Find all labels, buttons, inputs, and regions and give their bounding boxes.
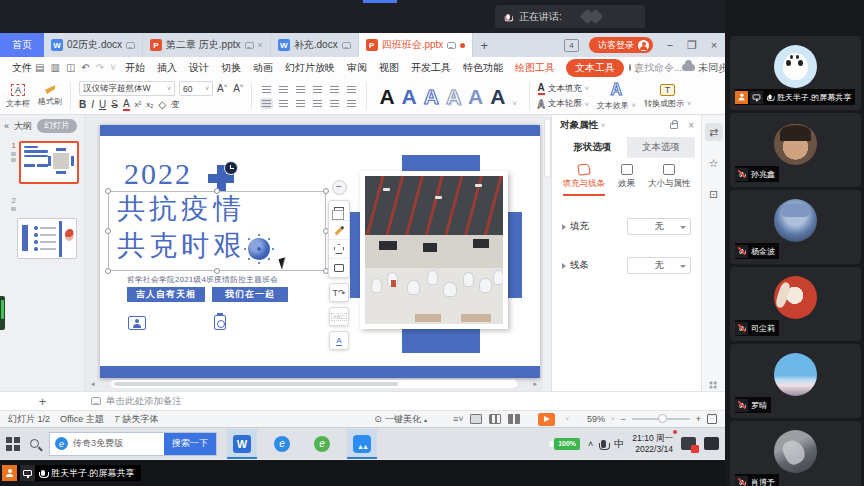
underline-button[interactable]: U [99,99,106,110]
scroll-right-icon[interactable]: ▸ [533,380,537,388]
strike-button[interactable]: S [111,99,118,110]
size-subtab[interactable]: 大小与属性 [648,164,691,196]
text-outline-button[interactable]: A文本轮廓˅ [538,98,589,110]
apps-grid-icon[interactable] [710,382,713,385]
tray-mic-icon[interactable] [601,440,606,448]
participant-card[interactable]: 胜天半子.的屏幕共享 [730,36,861,110]
battery-indicator[interactable]: 100% [554,438,580,450]
tab-features[interactable]: 特色功能 [463,61,503,75]
clear-format-button[interactable]: ◇ [158,99,166,110]
resize-handle[interactable] [214,188,220,194]
file-menu[interactable]: 文件 [12,61,32,75]
shape-tool-button[interactable] [329,239,349,258]
line-select[interactable]: 无 [627,257,691,274]
ime-indicator[interactable]: 中 [614,437,624,451]
tab-slideshow[interactable]: 幻灯片放映 [285,61,335,75]
doc-tab-3[interactable]: W 补充.docx [271,33,359,57]
resize-handle[interactable] [105,188,111,194]
decrease-font-button[interactable]: A˅ [233,83,243,94]
wordart-gallery[interactable]: A A A A A A ˅ [375,86,520,107]
taskbar-meeting-app[interactable]: ▲▲ [347,429,377,459]
text-fill-button[interactable]: A文本填充˅ [538,82,589,95]
zoom-slider[interactable] [632,418,690,420]
tab-devtools[interactable]: 开发工具 [411,61,451,75]
subscript-button[interactable]: x₂ [146,100,153,109]
italic-button[interactable]: I [91,99,94,110]
maximize-button[interactable]: ❐ [681,33,703,57]
zoom-level[interactable]: 59% [587,414,605,424]
resource-rail-button[interactable]: ⊡ [705,185,723,203]
zoom-slider-knob[interactable] [658,414,667,423]
sync-status[interactable]: 未同步 [682,61,728,75]
lock-icon[interactable] [670,123,678,129]
ppe-photo[interactable] [360,171,508,329]
preview-icon[interactable]: ◫ [66,62,75,73]
properties-rail-button[interactable]: ⇄ [705,123,723,141]
taskbar-browser-360[interactable]: e [267,429,297,459]
search-go-button[interactable]: 搜索一下 [164,432,216,456]
windows-start-icon[interactable] [6,437,20,451]
align-center-icon[interactable] [277,98,290,109]
portrait-icon[interactable] [128,316,146,330]
align-left-icon[interactable] [260,98,273,109]
tab-view[interactable]: 视图 [379,61,399,75]
expand-arrow-icon[interactable] [562,224,566,230]
font-name-select[interactable]: 汉仪铸字超然体W˅ [79,81,175,96]
slide-button-2[interactable]: 我们在一起 [212,287,288,302]
justify-icon[interactable] [311,98,324,109]
collapse-toolbar-button[interactable]: − [332,180,347,195]
convert-diagram-button[interactable]: T 转换成图示˅ [644,84,691,109]
tab-close-icon[interactable]: × [258,40,263,50]
pinyin-guide-button[interactable]: A [329,331,349,350]
command-search-input[interactable]: 查找命令... [634,61,682,75]
format-painter-button[interactable]: 格式刷 [38,85,62,107]
reading-view-icon[interactable] [508,414,520,424]
notes-placeholder[interactable]: 单击此处添加备注 [106,395,182,408]
indent-icon[interactable] [311,84,324,95]
wordart-style[interactable]: A [468,86,483,107]
slide-button-1[interactable]: 吉人自有天相 [127,287,205,302]
guest-login-button[interactable]: 访客登录 [589,37,653,53]
participant-card[interactable]: 肖博予 [730,421,861,486]
doc-tab-1[interactable]: W 02历史.docx [44,33,143,57]
beautify-button[interactable]: ⊙ 一键美化 ▴ [374,413,427,426]
tab-review[interactable]: 审阅 [347,61,367,75]
new-tab-button[interactable]: + [473,33,495,57]
slides-tab-active[interactable]: 幻灯片 [37,119,77,133]
tray-expand-icon[interactable]: ˄ [588,439,593,449]
clock-icon[interactable] [224,161,238,175]
slide-title-line2[interactable]: 共克时艰 [117,228,245,263]
text-direction-icon[interactable] [328,84,341,95]
toolbar-caret-icon[interactable]: ˅ [110,62,116,73]
tab-animation[interactable]: 动画 [253,61,273,75]
participant-card[interactable]: 孙兆鑫 [730,113,861,187]
tab-text-tools-active[interactable]: 文本工具 [566,59,624,77]
close-button[interactable]: × [703,33,725,57]
outline-tab[interactable]: 大纲 [14,120,32,133]
resize-handle[interactable] [105,268,111,274]
taskbar-browser-green[interactable]: e [307,429,337,459]
vertical-scrollbar[interactable] [543,115,551,391]
slide-thumbnail-1-selected[interactable] [19,141,79,184]
taskbar-search-icon[interactable] [30,439,39,448]
tab-insert[interactable]: 插入 [157,61,177,75]
slide-canvas[interactable]: 2022 共抗疫情 共克时艰 哲学社会学院2021 [85,115,543,391]
shape-options-tab[interactable]: 形状选项 [558,137,627,158]
taskbar-search-box[interactable]: e 传奇3免费版 搜索一下 [49,432,217,456]
wordart-style[interactable]: A [490,86,505,107]
distribute-icon[interactable] [328,98,341,109]
participant-card[interactable]: 司尘莉 [730,267,861,341]
wordart-style[interactable]: A [402,86,417,107]
outdent-icon[interactable] [294,84,307,95]
panel-close-icon[interactable]: × [688,120,694,131]
textbox-button[interactable]: A 文本框 [6,84,30,109]
photo-collage[interactable] [350,155,522,353]
doc-tab-4-active[interactable]: P 四班班会.pptx [359,33,474,57]
superscript-button[interactable]: x² [135,100,142,109]
action-center-icon[interactable] [704,437,719,450]
edit-tool-button[interactable] [329,220,349,239]
slide-title-line1[interactable]: 共抗疫情 [117,191,245,226]
properties-caret-icon[interactable]: ˅ [601,122,605,129]
slide-top-band[interactable] [100,125,540,136]
fill-select[interactable]: 无 [627,218,691,235]
